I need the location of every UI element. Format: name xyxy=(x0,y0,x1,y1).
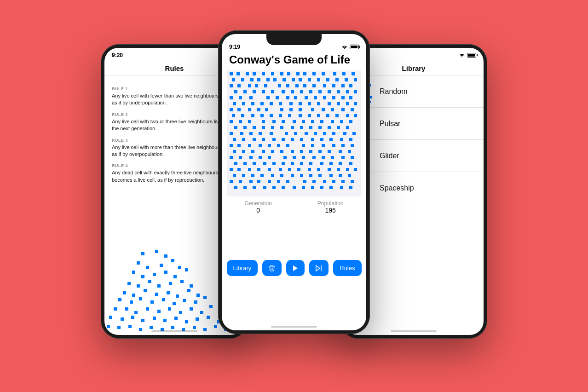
svg-rect-278 xyxy=(272,162,276,165)
svg-rect-225 xyxy=(262,138,265,141)
svg-rect-73 xyxy=(246,72,249,75)
svg-rect-122 xyxy=(300,90,303,93)
wifi-icon xyxy=(341,45,348,49)
svg-rect-42 xyxy=(157,310,161,313)
svg-rect-162 xyxy=(289,108,293,111)
svg-rect-310 xyxy=(318,174,322,177)
svg-rect-150 xyxy=(308,102,311,105)
svg-rect-228 xyxy=(291,138,294,141)
svg-rect-331 xyxy=(272,186,276,189)
svg-rect-201 xyxy=(280,126,283,129)
svg-rect-149 xyxy=(299,102,302,105)
next-icon xyxy=(316,265,322,271)
svg-rect-18 xyxy=(169,282,172,285)
svg-rect-284 xyxy=(329,162,333,165)
svg-rect-268 xyxy=(302,156,305,159)
svg-rect-77 xyxy=(280,72,283,75)
svg-rect-280 xyxy=(291,162,294,165)
library-button[interactable]: Library xyxy=(227,260,258,276)
svg-rect-54 xyxy=(174,317,178,320)
svg-rect-258 xyxy=(328,150,331,153)
svg-rect-14 xyxy=(127,282,131,285)
svg-rect-199 xyxy=(262,126,265,129)
svg-rect-138 xyxy=(323,96,326,99)
svg-rect-306 xyxy=(280,174,283,177)
svg-rect-15 xyxy=(137,284,140,288)
svg-rect-165 xyxy=(322,108,325,111)
svg-rect-10 xyxy=(153,273,156,276)
svg-rect-161 xyxy=(280,108,283,111)
svg-rect-17 xyxy=(157,284,161,288)
svg-rect-127 xyxy=(346,90,349,93)
svg-rect-1 xyxy=(155,250,158,253)
svg-rect-326 xyxy=(351,180,354,183)
svg-rect-106 xyxy=(278,84,281,87)
svg-rect-38 xyxy=(114,307,117,311)
svg-rect-65 xyxy=(171,326,174,329)
svg-rect-79 xyxy=(296,72,300,75)
svg-rect-198 xyxy=(253,126,256,129)
svg-rect-270 xyxy=(322,156,325,159)
game-title: Conway's Game of Life xyxy=(222,48,366,70)
svg-rect-22 xyxy=(132,294,135,297)
svg-rect-309 xyxy=(309,174,312,177)
svg-rect-56 xyxy=(196,317,199,321)
svg-rect-57 xyxy=(207,316,210,319)
svg-rect-222 xyxy=(233,138,236,141)
svg-rect-39 xyxy=(125,307,128,311)
svg-rect-147 xyxy=(279,102,282,105)
svg-rect-192 xyxy=(320,120,323,123)
svg-rect-30 xyxy=(130,300,133,304)
svg-rect-191 xyxy=(311,120,314,123)
svg-rect-281 xyxy=(300,162,303,165)
svg-rect-133 xyxy=(276,96,279,99)
svg-rect-243 xyxy=(311,144,314,147)
svg-rect-140 xyxy=(341,96,345,99)
svg-rect-21 xyxy=(123,291,126,294)
wifi-icon xyxy=(459,53,465,58)
svg-rect-257 xyxy=(318,150,322,153)
svg-rect-145 xyxy=(260,102,264,105)
play-button[interactable] xyxy=(286,260,305,276)
svg-rect-208 xyxy=(346,126,349,129)
svg-rect-315 xyxy=(239,180,242,183)
population-label: Population xyxy=(317,200,344,207)
svg-rect-207 xyxy=(337,126,340,129)
svg-rect-98 xyxy=(335,78,339,81)
generation-stat: Generation 0 xyxy=(244,200,271,214)
svg-rect-322 xyxy=(312,180,316,183)
svg-rect-269 xyxy=(312,156,316,159)
svg-rect-249 xyxy=(242,150,245,153)
svg-rect-131 xyxy=(249,96,253,99)
svg-rect-83 xyxy=(333,72,336,75)
population-stat: Population 195 xyxy=(317,200,344,214)
svg-rect-271 xyxy=(331,156,334,159)
svg-rect-36 xyxy=(194,300,197,304)
svg-rect-68 xyxy=(203,328,207,331)
right-home-indicator xyxy=(391,330,437,332)
svg-rect-27 xyxy=(187,289,190,292)
svg-rect-304 xyxy=(260,174,264,177)
svg-rect-37 xyxy=(203,296,207,299)
svg-rect-205 xyxy=(318,126,322,129)
svg-rect-203 xyxy=(300,126,303,129)
svg-rect-214 xyxy=(285,132,288,135)
svg-rect-33 xyxy=(162,298,165,301)
rules-button[interactable]: Rules xyxy=(333,260,361,276)
svg-rect-134 xyxy=(286,96,289,99)
trash-icon xyxy=(269,265,275,271)
svg-rect-164 xyxy=(311,108,314,111)
svg-rect-156 xyxy=(230,108,233,111)
next-button[interactable] xyxy=(309,260,329,276)
svg-rect-55 xyxy=(185,320,188,323)
notch xyxy=(266,34,322,45)
svg-rect-85 xyxy=(352,72,355,75)
trash-button[interactable] xyxy=(262,260,282,276)
svg-rect-319 xyxy=(277,180,280,183)
svg-rect-59 xyxy=(107,325,110,328)
svg-rect-256 xyxy=(309,150,312,153)
svg-rect-50 xyxy=(131,316,134,319)
svg-rect-229 xyxy=(300,138,303,141)
svg-rect-227 xyxy=(282,138,285,141)
svg-rect-215 xyxy=(294,132,297,135)
